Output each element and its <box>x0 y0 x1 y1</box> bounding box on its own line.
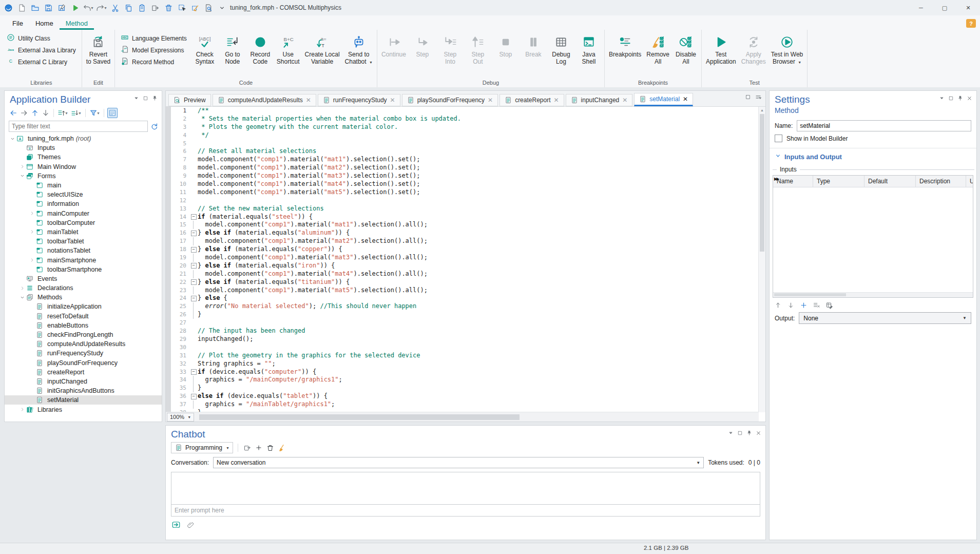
create-local-variable-button[interactable]: a=TCreate LocalVariable <box>302 31 342 79</box>
close-tab-icon[interactable]: ✕ <box>683 95 688 103</box>
clear-selection-icon[interactable] <box>189 2 201 14</box>
select-region-icon[interactable] <box>176 2 188 14</box>
tree-item-main[interactable]: main <box>5 181 162 190</box>
breakpoint-margin[interactable] <box>166 278 171 286</box>
caret-expanded-icon[interactable] <box>9 135 16 142</box>
export-conversation-icon[interactable] <box>243 444 252 452</box>
close-button[interactable]: ✕ <box>956 0 980 15</box>
breakpoint-margin[interactable] <box>166 335 171 343</box>
save-as-icon[interactable] <box>55 2 68 14</box>
breakpoint-margin[interactable] <box>166 147 171 156</box>
move-row-down-icon[interactable] <box>786 301 795 310</box>
breakpoint-margin[interactable] <box>166 270 171 278</box>
collapse-icon[interactable] <box>133 95 139 102</box>
caret-expanded-icon[interactable] <box>18 173 26 180</box>
revert-to-saved-button[interactable]: Revertto Saved <box>84 31 113 79</box>
tree-item-toolbarSmartphone[interactable]: toolbarSmartphone <box>5 265 162 274</box>
filter-input[interactable] <box>9 121 148 132</box>
redo-icon[interactable]: ▼ <box>95 2 108 14</box>
caret-collapsed-icon[interactable] <box>18 284 26 292</box>
breakpoint-margin[interactable] <box>166 343 171 352</box>
collapse-fold-icon[interactable]: − <box>191 214 197 220</box>
breakpoint-margin[interactable] <box>166 286 171 295</box>
fold-marker[interactable]: − <box>189 294 198 302</box>
minimize-button[interactable]: ─ <box>909 0 933 15</box>
toggle-panel-icon[interactable] <box>107 108 118 118</box>
fold-marker[interactable]: − <box>189 262 198 270</box>
tree-item-initializeApplication[interactable]: initializeApplication <box>5 302 162 311</box>
breakpoint-margin[interactable] <box>166 197 171 205</box>
app-logo-icon[interactable] <box>2 2 14 14</box>
record-method-button[interactable]: Record Method <box>119 57 188 67</box>
caret-collapsed-icon[interactable] <box>28 228 35 236</box>
expand-columns-icon[interactable]: ▶▶ <box>774 177 778 181</box>
chatbot-mode-dropdown[interactable]: Programming ▼ <box>171 442 233 453</box>
pin-icon[interactable] <box>746 430 752 437</box>
add-row-icon[interactable] <box>799 301 808 310</box>
breakpoint-margin[interactable] <box>166 400 171 409</box>
utility-class-button[interactable]: Utility Class <box>5 33 78 43</box>
ribbon-tab-home[interactable]: Home <box>29 18 60 30</box>
caret-collapsed-icon[interactable] <box>28 210 35 217</box>
collapse-fold-icon[interactable]: − <box>191 279 197 285</box>
breakpoint-margin[interactable] <box>166 123 171 131</box>
fold-marker[interactable]: − <box>189 368 198 376</box>
breakpoint-margin[interactable] <box>166 294 171 302</box>
find-preview-icon[interactable] <box>202 2 215 14</box>
tree-item-Inputs[interactable]: Inputs <box>5 143 162 152</box>
go-to-node-button[interactable]: Go toNode <box>219 31 246 79</box>
collapse-fold-icon[interactable]: − <box>191 296 197 301</box>
check-syntax-button[interactable]: [ABC]CheckSyntax <box>191 31 219 79</box>
breakpoint-margin[interactable] <box>166 156 171 164</box>
disable-all-button[interactable]: DisableAll <box>672 31 700 79</box>
breakpoint-margin[interactable] <box>166 205 171 213</box>
help-button[interactable]: ? <box>966 19 976 28</box>
breakpoint-margin[interactable] <box>166 180 171 188</box>
java-shell-button[interactable]: JavaShell <box>575 31 603 79</box>
maximize-button[interactable]: ▢ <box>933 0 956 15</box>
breakpoint-margin[interactable] <box>166 376 171 384</box>
horizontal-scrollbar-thumb[interactable] <box>199 414 520 420</box>
tree-item-runFrequencyStudy[interactable]: runFrequencyStudy <box>5 349 162 358</box>
tree-item-toolbarTablet[interactable]: toolbarTablet <box>5 237 162 246</box>
editor-tab-Preview[interactable]: Preview <box>168 94 211 106</box>
delete-icon[interactable] <box>162 2 175 14</box>
section-collapse-icon[interactable] <box>775 152 781 161</box>
breakpoint-margin[interactable] <box>166 164 171 172</box>
caret-collapsed-icon[interactable] <box>18 406 26 413</box>
breakpoint-margin[interactable] <box>166 221 171 229</box>
edit-table-icon[interactable] <box>825 301 834 310</box>
breakpoint-margin[interactable] <box>166 262 171 270</box>
tree-item-computeAndUpdateResults[interactable]: computeAndUpdateResults <box>5 339 162 349</box>
record-code-button[interactable]: RecordCode <box>246 31 274 79</box>
tree-item-Events[interactable]: Events <box>5 274 162 283</box>
fold-marker[interactable]: − <box>189 392 198 400</box>
forward-icon[interactable] <box>149 2 161 14</box>
tree-item-checkFindProngLength[interactable]: checkFindProngLength <box>5 330 162 339</box>
collapse-icon[interactable] <box>728 430 734 437</box>
tree-item-Themes[interactable]: Themes <box>5 152 162 162</box>
breakpoint-margin[interactable] <box>166 254 171 262</box>
collapse-icon[interactable] <box>939 95 945 102</box>
close-tab-icon[interactable]: ✕ <box>622 97 627 104</box>
chat-prompt-input[interactable]: Enter prompt here <box>171 505 760 517</box>
overflow-icon[interactable] <box>216 2 228 14</box>
breakpoint-margin[interactable] <box>166 360 171 368</box>
caret-collapsed-icon[interactable] <box>18 163 26 170</box>
collapse-fold-icon[interactable]: − <box>191 263 197 269</box>
breakpoint-margin[interactable] <box>166 392 171 400</box>
float-icon[interactable] <box>948 95 954 102</box>
tree-item-inputChanged[interactable]: inputChanged <box>5 377 162 386</box>
scroll-up-icon[interactable]: ▲ <box>759 107 765 113</box>
column-header-description[interactable]: Description <box>916 176 966 187</box>
sort-asc-icon[interactable]: ▼ <box>57 108 69 118</box>
scrollbar-thumb[interactable] <box>760 114 764 252</box>
close-tab-icon[interactable]: ✕ <box>554 97 559 104</box>
tree-item-playSoundForFrequency[interactable]: playSoundForFrequency <box>5 358 162 368</box>
tree-item-initGraphicsAndButtons[interactable]: initGraphicsAndButtons <box>5 386 162 395</box>
tree-item-createReport[interactable]: createReport <box>5 368 162 377</box>
send-to-chatbot-button[interactable]: Send toChatbot ▼ <box>342 31 375 79</box>
close-tab-icon[interactable]: ✕ <box>390 97 395 104</box>
breakpoint-margin[interactable] <box>166 229 171 237</box>
new-file-icon[interactable] <box>15 2 28 14</box>
